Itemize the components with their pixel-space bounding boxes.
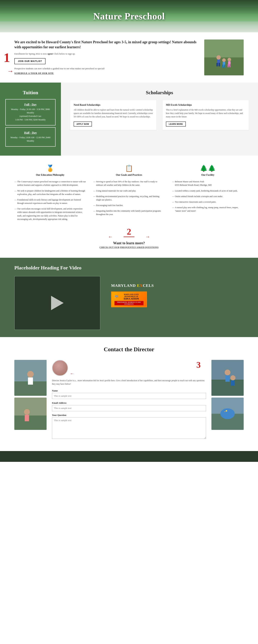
learn-more-heading: Want to learn more?	[113, 241, 145, 245]
philo-col-1-item-3: Foundational skills in early literacy an…	[14, 198, 86, 205]
philo-col-1-item-4: Our curriculum encourages social skill d…	[14, 207, 86, 221]
intro-image-placeholder	[204, 40, 244, 76]
philo-col-3: 🌲🌲 Our Facility Belmont Manor and Histor…	[172, 164, 244, 223]
halfday-schedule: Monday - Friday | 8:00 AM - 12:00 PM | $…	[9, 136, 52, 143]
video-logos: MARYLAND EXCELS 🏁 MARYLAND STATE DEPARTM…	[111, 276, 154, 307]
contact-image-right-top	[211, 360, 244, 396]
svg-rect-5	[219, 63, 220, 66]
education-icon: 🏅	[46, 164, 54, 172]
scholarships-panel: Scholarships Need Based Scholarships All…	[61, 82, 258, 156]
svg-point-10	[228, 58, 231, 62]
philo-col-3-heading: Our Facility	[201, 174, 214, 176]
fullday-extended: (optional) Extended Care	[9, 114, 52, 118]
msde-bottom-text: PREPARING WORLD CLASS STUDENTS	[115, 301, 143, 305]
tuition-heading: Tuition	[5, 90, 56, 96]
question-textarea[interactable]	[52, 417, 206, 439]
svg-rect-4	[216, 63, 218, 66]
video-section: Placeholder Heading For Video MARYLAND E…	[0, 258, 258, 337]
contact-left-bottom-svg	[14, 398, 47, 430]
svg-rect-23	[211, 380, 244, 396]
contact-heading: Contact the Director	[14, 346, 244, 353]
contact-center: ← 3 Director Jessica Caylor is a... more…	[52, 360, 206, 442]
svg-point-26	[230, 375, 236, 380]
scholarship-2-text: This is a brief explanation of the MD ex…	[166, 108, 245, 119]
philo-col-1: 🏅 Our Education Philosophy The Conservan…	[14, 164, 86, 223]
name-input[interactable]	[52, 393, 206, 399]
svg-point-32	[226, 410, 227, 412]
contact-right-top-svg	[211, 360, 244, 396]
tuition-scholar-section: Tuition Full - Day Monday - Friday | 8:3…	[0, 82, 258, 156]
philo-col-3-item-2: Onsite animal friends include a terrapin…	[172, 195, 244, 198]
philo-col-1-item-1: The Conservancy's nature preschool encou…	[14, 180, 86, 187]
play-button-icon[interactable]	[51, 296, 64, 310]
svg-rect-25	[225, 375, 230, 382]
philosophy-cols: 🏅 Our Education Philosophy The Conservan…	[14, 164, 244, 223]
apply-now-button[interactable]: APPLY NOW	[74, 122, 92, 126]
contact-right-bottom-svg	[211, 398, 244, 430]
philo-col-2-list: Striving to spend at least 50% of the da…	[93, 180, 165, 216]
learn-more-number: 2	[127, 227, 131, 236]
halfday-box: Half - Day Monday - Friday | 8:00 AM - 1…	[5, 127, 56, 147]
learn-more-area: 2 ← → Want to learn more? Check out our …	[14, 230, 244, 249]
hero-section: Nature Preschool	[0, 0, 258, 32]
maryland-flag-icon: 🏁	[115, 295, 119, 299]
scholarship-card-2: MD Excels Scholarships This is a brief e…	[162, 100, 249, 130]
scholarships-heading: Scholarships	[70, 90, 249, 96]
msde-badge-top: 🏁 MARYLAND STATE DEPARTMENT OF EDUCATION	[115, 294, 143, 300]
philo-col-1-list: The Conservancy's nature preschool encou…	[14, 180, 86, 221]
email-label: Email Address	[52, 402, 206, 404]
goals-icon: 📋	[125, 164, 133, 172]
fullday-box: Full - Day Monday - Friday | 8:30 AM - 3…	[5, 99, 56, 126]
contact-image-left-bottom	[14, 398, 47, 430]
svg-point-2	[216, 55, 221, 60]
svg-point-24	[225, 370, 230, 375]
philo-col-2-item-4: Encouraging trash free lunches.	[93, 204, 165, 207]
director-avatar-wrap: ← 3	[52, 360, 206, 376]
facility-icon: 🌲🌲	[200, 164, 216, 172]
svg-point-6	[222, 58, 226, 62]
philo-col-3-header: 🌲🌲 Our Facility	[172, 164, 244, 176]
contact-left-top-svg	[14, 360, 47, 396]
philo-col-1-header: 🏅 Our Education Philosophy	[14, 164, 86, 176]
learn-more-button[interactable]: LEARN MORE	[166, 122, 186, 126]
svg-rect-27	[231, 380, 235, 386]
contact-layout: ← 3 Director Jessica Caylor is a... more…	[14, 360, 244, 442]
philo-col-2-item-2: Using natural materials for our crafts a…	[93, 189, 165, 192]
halfday-heading: Half - Day	[9, 131, 52, 134]
philo-col-2-header: 📋 Our Goals and Practices	[93, 164, 165, 176]
video-heading: Placeholder Heading For Video	[14, 265, 244, 271]
svg-rect-9	[224, 64, 225, 68]
contact-section: Contact the Director	[0, 337, 258, 451]
faq-link[interactable]: FREQUENTLY ASKED QUESTIONS	[120, 246, 158, 248]
intro-tour-text: Prospective students can now schedule a …	[14, 67, 197, 70]
footer	[0, 451, 258, 462]
question-form-group: Your Question	[52, 414, 206, 440]
contact-images-right	[211, 360, 244, 430]
philo-col-2-heading: Our Goals and Practices	[116, 174, 142, 176]
philo-col-3-item-4: A natural play area with climbing log, s…	[172, 206, 244, 213]
scholarship-1-title: Need Based Scholarships	[74, 104, 153, 106]
svg-point-16	[27, 371, 34, 378]
msde-badge: 🏁 MARYLAND STATE DEPARTMENT OF EDUCATION…	[111, 292, 147, 307]
svg-rect-21	[25, 415, 29, 421]
video-player[interactable]	[14, 276, 100, 330]
svg-rect-8	[222, 64, 223, 68]
email-input[interactable]	[52, 405, 206, 411]
philo-col-2-item-5: Integrating families into the community …	[93, 209, 165, 216]
question-label: Your Question	[52, 414, 206, 416]
name-form-group: Name	[52, 389, 206, 399]
svg-rect-17	[28, 378, 33, 385]
intro-section: 1 → We are excited to be Howard County's…	[0, 32, 258, 82]
waitlist-button[interactable]: JOIN OUR WAITLIST	[14, 58, 45, 64]
philo-col-1-item-2: We seek to prepare children for kinderga…	[14, 189, 86, 196]
video-content: MARYLAND EXCELS 🏁 MARYLAND STATE DEPARTM…	[14, 276, 244, 330]
philo-col-2-item-1: Striving to spend at least 50% of the da…	[93, 180, 165, 187]
svg-point-20	[24, 409, 30, 415]
intro-number: 1	[3, 50, 10, 65]
tour-link[interactable]: SCHEDULE A TOUR OF OUR SITE	[14, 72, 54, 74]
contact-number: 3	[196, 360, 201, 370]
intro-left: 1 → We are excited to be Howard County's…	[14, 40, 197, 75]
intro-enrollment: Enrollment for Spring 2022 is now open! …	[14, 52, 197, 55]
philo-col-3-list: Belmont Manor and Historic Park 6555 Bel…	[172, 180, 244, 213]
intro-heading: We are excited to be Howard County's fir…	[14, 40, 197, 50]
